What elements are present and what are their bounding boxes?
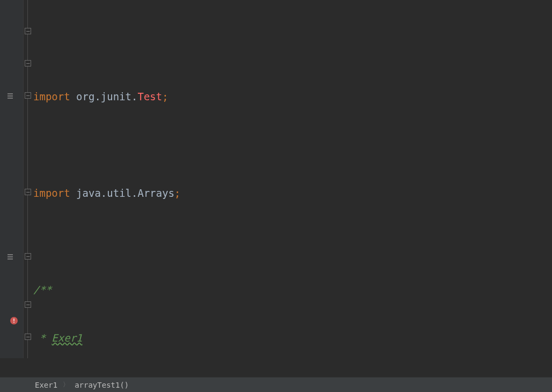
breadcrumb-method[interactable]: arrayTest1() [75, 381, 129, 389]
javadoc-class-ref: Exer1 [51, 330, 82, 346]
javadoc-start: /** [33, 282, 51, 298]
error-icon[interactable]: ! [10, 316, 18, 325]
editor-gutter [0, 0, 24, 358]
breadcrumb-separator-icon: 〉 [63, 380, 69, 389]
fold-marker[interactable] [25, 301, 31, 308]
fold-marker[interactable] [25, 189, 31, 195]
breadcrumb-class[interactable]: Exer1 [35, 381, 57, 389]
code-content[interactable]: import org.junit.Test; import java.util.… [33, 0, 552, 358]
fold-column: ! [24, 0, 33, 358]
code-editor[interactable]: ! import org.junit.Test; import java.uti… [0, 0, 552, 358]
package-path: org.junit. [70, 88, 138, 105]
semicolon: ; [162, 88, 168, 105]
fold-marker[interactable] [25, 60, 31, 66]
javadoc-line: * [33, 330, 51, 346]
class-ref-test: Test [137, 88, 162, 105]
semicolon: ; [174, 185, 180, 201]
fold-marker[interactable] [25, 334, 31, 340]
paragraph-icon [6, 253, 15, 262]
package-path: java.util.Arrays [70, 185, 174, 201]
keyword-import: import [33, 185, 70, 201]
paragraph-icon [6, 92, 15, 101]
fold-marker[interactable] [25, 92, 31, 99]
keyword-import: import [33, 88, 70, 105]
fold-marker[interactable] [25, 28, 31, 34]
fold-marker[interactable] [25, 253, 31, 260]
breadcrumb-bar: Exer1 〉 arrayTest1() [0, 377, 552, 392]
